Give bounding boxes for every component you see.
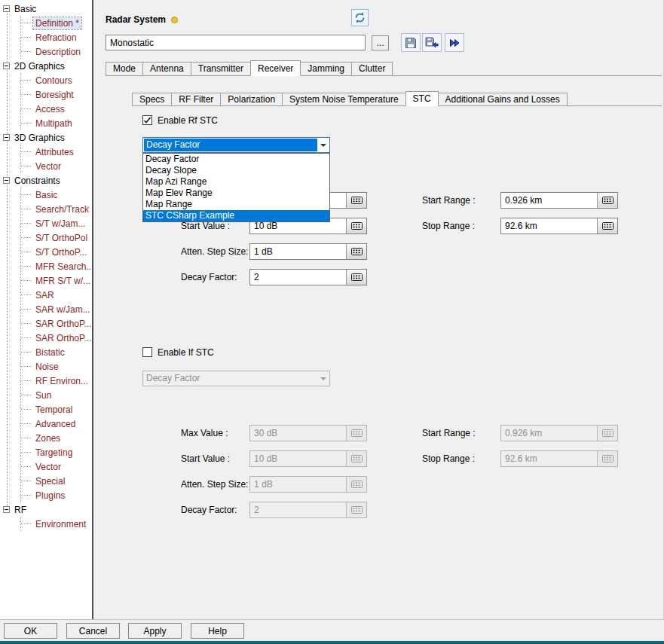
apply-button[interactable]: Apply (128, 623, 182, 639)
tree-item-label[interactable]: Basic (33, 189, 60, 201)
tree-item-label[interactable]: Zones (33, 432, 63, 444)
tree-item[interactable]: MFR S/T w/... (21, 273, 92, 288)
tree-node-label[interactable]: 2D Graphics (13, 60, 66, 72)
tree-item[interactable]: Basic (21, 188, 92, 202)
tree-node-label[interactable]: 3D Graphics (13, 132, 66, 144)
dropdown-option-highlighted[interactable]: STC CSharp Example (143, 210, 329, 221)
tree-item[interactable]: SAR w/Jam... (21, 302, 92, 316)
tree-item-attributes[interactable]: Attributes (21, 145, 92, 159)
tree-item[interactable]: Targeting (21, 445, 92, 459)
tree-item-label[interactable]: SAR OrthoP... (33, 332, 93, 344)
tree-item[interactable]: S/T OrthoP... (21, 245, 92, 259)
tree-item[interactable]: Search/Track (21, 202, 92, 216)
ok-button[interactable]: OK (4, 623, 57, 639)
tree-item[interactable]: S/T w/Jam... (21, 216, 92, 230)
tree-item-label[interactable]: Search/Track (33, 203, 91, 215)
tree-item[interactable]: SAR OrthoP... (21, 316, 92, 331)
tree-item-label[interactable]: Description (33, 46, 83, 58)
tree-item-vector[interactable]: Vector (21, 159, 92, 173)
units-button (346, 477, 366, 492)
tree-node-2d-graphics[interactable]: 2D Graphics (0, 59, 92, 73)
tree-item[interactable]: Sun (21, 388, 92, 402)
collapse-minus-icon[interactable] (3, 506, 10, 513)
dropdown-option[interactable]: Map Azi Range (143, 176, 329, 188)
tree-item-label[interactable]: Access (33, 103, 67, 115)
units-keypad-icon (351, 455, 363, 462)
tree-item-environment[interactable]: Environment (21, 517, 92, 531)
tree-item[interactable]: Noise (21, 359, 92, 374)
tree-item[interactable]: SAR (21, 288, 92, 302)
dropdown-option[interactable]: Map Range (143, 199, 329, 210)
tree-item-label[interactable]: SAR (33, 289, 57, 301)
tree-node-label[interactable]: RF (13, 504, 28, 516)
tree-item-label[interactable]: SAR OrthoP... (33, 318, 93, 330)
tree-item-label[interactable]: Contours (33, 75, 75, 87)
tree-item-label[interactable]: S/T OrthoPol (33, 232, 90, 244)
tree-item-access[interactable]: Access (21, 102, 92, 116)
tree-item-multipath[interactable]: Multipath (21, 116, 92, 130)
tree-item[interactable]: Zones (21, 431, 92, 445)
tree-item-description[interactable]: Description (21, 44, 92, 59)
collapse-minus-icon[interactable] (3, 134, 10, 141)
tree-node-basic[interactable]: Basic (0, 2, 92, 16)
tree-item-label[interactable]: Bistatic (33, 346, 67, 359)
collapse-minus-icon[interactable] (3, 5, 10, 12)
tree-item[interactable]: Special (21, 474, 92, 488)
stc-type-dropdown-list: Decay Factor Decay Slope Map Azi Range M… (142, 153, 330, 222)
decay-factor-field-disabled: 2 (249, 502, 367, 518)
tree-item[interactable]: Vector (21, 459, 92, 474)
cancel-button[interactable]: Cancel (66, 623, 120, 639)
tree-node-constraints[interactable]: Constraints (0, 173, 92, 188)
tree-item-label[interactable]: Sun (33, 389, 54, 401)
tree-node-label[interactable]: Basic (13, 3, 38, 15)
checkbox-unchecked-icon[interactable] (142, 347, 152, 357)
collapse-minus-icon[interactable] (3, 63, 10, 69)
tree-item[interactable]: Advanced (21, 417, 92, 431)
dropdown-option[interactable]: Map Elev Range (143, 188, 329, 199)
tree-item-label[interactable]: Plugins (33, 490, 67, 502)
tree-item[interactable]: S/T OrthoPol (21, 230, 92, 245)
tree-item-definition[interactable]: Definition * (21, 16, 92, 30)
tree-item-label[interactable]: Multipath (33, 118, 75, 130)
tree-item-label[interactable]: Vector (33, 160, 63, 172)
tree-item-label[interactable]: MFR S/T w/... (33, 275, 93, 287)
tab-receiver[interactable]: Receiver (250, 60, 301, 76)
tree-item-label[interactable]: SAR w/Jam... (33, 304, 93, 316)
tab-stc[interactable]: STC (405, 91, 439, 106)
tree-item-boresight[interactable]: Boresight (21, 87, 92, 102)
tree-item-label[interactable]: MFR Search... (33, 261, 93, 273)
start-range-label: Start Range : (422, 428, 476, 438)
tree-item-label[interactable]: Environment (33, 518, 88, 530)
tree-item-label[interactable]: Refraction (33, 32, 79, 44)
tree-item[interactable]: RF Environ... (21, 374, 92, 388)
tree-item-label[interactable]: Advanced (33, 418, 78, 430)
tree-item[interactable]: Bistatic (21, 345, 92, 359)
help-button[interactable]: Help (191, 623, 244, 639)
tree-item-label[interactable]: Definition * (33, 17, 81, 29)
tree-item-label[interactable]: Targeting (33, 447, 75, 459)
tree-item-label[interactable]: Attributes (33, 146, 76, 158)
tree-item-refraction[interactable]: Refraction (21, 30, 92, 44)
tree-item-label[interactable]: Boresight (33, 89, 76, 101)
tree-item[interactable]: Temporal (21, 402, 92, 417)
tree-item-label[interactable]: RF Environ... (33, 375, 90, 387)
tree-node-label[interactable]: Constraints (13, 175, 62, 187)
tree-node-3d-graphics[interactable]: 3D Graphics (0, 130, 92, 145)
dropdown-option[interactable]: Decay Slope (143, 165, 329, 176)
tree-item-label[interactable]: S/T OrthoP... (33, 246, 89, 258)
collapse-minus-icon[interactable] (3, 177, 10, 184)
tree-item[interactable]: SAR OrthoP... (21, 331, 92, 345)
tree-item-label[interactable]: S/T w/Jam... (33, 218, 87, 230)
tree-item[interactable]: Plugins (21, 488, 92, 502)
tree-item[interactable]: MFR Search... (21, 259, 92, 273)
dropdown-option[interactable]: Decay Factor (143, 154, 329, 165)
tree-item-label[interactable]: Vector (33, 461, 63, 473)
tree-item-label[interactable]: Temporal (33, 404, 75, 416)
tree-item-label[interactable]: Noise (33, 361, 61, 373)
enable-if-stc-checkbox[interactable]: Enable If STC (142, 346, 214, 358)
units-button (597, 451, 617, 466)
tree-node-rf[interactable]: RF (0, 502, 92, 517)
tree-children: Basic Search/Track S/T w/Jam... S/T Orth… (20, 188, 92, 502)
tree-item-contours[interactable]: Contours (21, 73, 92, 87)
tree-item-label[interactable]: Special (33, 475, 67, 487)
